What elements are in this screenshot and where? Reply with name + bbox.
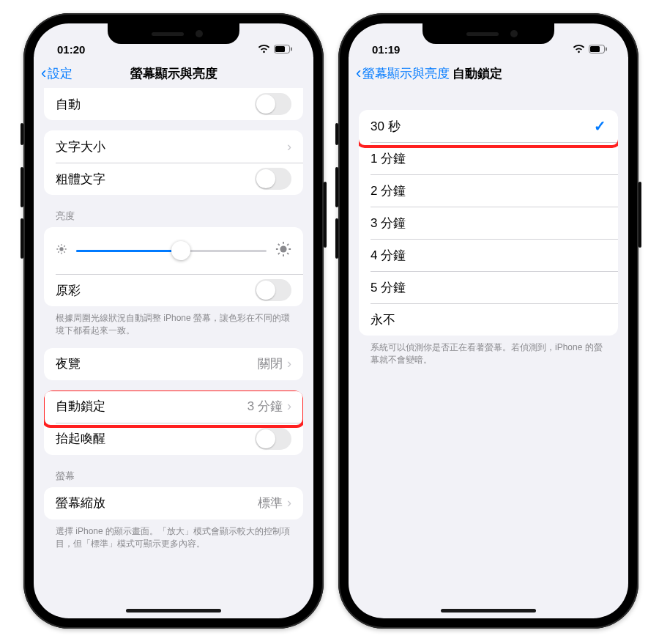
- notch: [108, 23, 239, 44]
- volume-up-button: [335, 167, 338, 207]
- toggle-automatic[interactable]: [255, 93, 291, 115]
- home-indicator[interactable]: [441, 609, 536, 612]
- group-lock: 自動鎖定 3 分鐘 › 抬起喚醒: [44, 391, 303, 455]
- option-row[interactable]: 2 分鐘: [359, 174, 618, 207]
- nav-bar: ‹ 螢幕顯示與亮度 自動鎖定: [349, 57, 628, 90]
- volume-down-button: [335, 218, 338, 259]
- screen-right: 01:19 ‹ 螢幕顯示與亮度 自動鎖定: [349, 23, 628, 618]
- footer-display-zoom: 選擇 iPhone 的顯示畫面。「放大」模式會顯示較大的控制項目，但「標準」模式…: [56, 525, 291, 551]
- svg-point-12: [280, 245, 286, 252]
- row-bold-text[interactable]: 粗體文字: [44, 163, 303, 195]
- svg-rect-1: [275, 46, 285, 52]
- autolock-content: 30 秒✓1 分鐘2 分鐘3 分鐘4 分鐘5 分鐘永不 系統可以偵測你是否正在看…: [349, 88, 628, 618]
- brightness-slider[interactable]: [76, 250, 267, 252]
- status-time: 01:20: [57, 43, 85, 56]
- battery-icon: [589, 43, 608, 56]
- option-label: 4 分鐘: [371, 247, 606, 264]
- option-label: 30 秒: [371, 118, 594, 135]
- option-row[interactable]: 3 分鐘: [359, 207, 618, 239]
- wifi-icon: [258, 43, 270, 56]
- option-row[interactable]: 30 秒✓: [359, 110, 618, 142]
- group-night-shift: 夜覽 關閉 ›: [44, 348, 303, 380]
- option-row[interactable]: 4 分鐘: [359, 239, 618, 271]
- group-autolock-options: 30 秒✓1 分鐘2 分鐘3 分鐘4 分鐘5 分鐘永不: [359, 110, 618, 336]
- phone-mock-right: 01:19 ‹ 螢幕顯示與亮度 自動鎖定: [338, 13, 638, 629]
- page-title: 自動鎖定: [453, 65, 502, 82]
- row-raise-to-wake[interactable]: 抬起喚醒: [44, 423, 303, 455]
- battery-icon: [274, 43, 293, 56]
- option-label: 3 分鐘: [371, 215, 606, 232]
- settings-content: 自動 文字大小 › 粗體文字 亮度: [34, 88, 313, 618]
- svg-line-10: [58, 251, 59, 252]
- back-label: 螢幕顯示與亮度: [362, 65, 450, 82]
- volume-down-button: [21, 218, 23, 259]
- row-night-shift[interactable]: 夜覽 關閉 ›: [44, 348, 303, 380]
- option-label: 1 分鐘: [371, 150, 606, 167]
- svg-point-3: [59, 247, 63, 251]
- home-indicator[interactable]: [126, 609, 221, 612]
- silence-switch: [21, 123, 23, 145]
- svg-rect-22: [590, 46, 600, 52]
- back-button[interactable]: ‹ 設定: [41, 65, 72, 82]
- chevron-right-icon: ›: [287, 495, 291, 511]
- notch: [422, 23, 554, 44]
- option-label: 永不: [371, 311, 606, 328]
- status-time: 01:19: [372, 43, 400, 56]
- chevron-left-icon: ‹: [356, 65, 361, 81]
- sun-max-icon: [275, 241, 291, 261]
- chevron-left-icon: ‹: [41, 65, 46, 81]
- row-true-tone[interactable]: 原彩: [44, 274, 303, 306]
- svg-line-9: [64, 251, 64, 252]
- group-appearance-tail: 自動: [44, 88, 303, 120]
- chevron-right-icon: ›: [287, 399, 291, 414]
- back-label: 設定: [48, 65, 72, 82]
- sun-min-icon: [56, 243, 67, 259]
- checkmark-icon: ✓: [594, 117, 606, 135]
- row-automatic[interactable]: 自動: [44, 88, 303, 120]
- svg-line-18: [287, 253, 288, 254]
- power-button: [324, 182, 327, 248]
- option-row[interactable]: 1 分鐘: [359, 142, 618, 174]
- svg-line-11: [64, 245, 64, 246]
- screen-left: 01:20 ‹ 設定 螢幕顯示與亮度: [34, 23, 313, 618]
- phone-mock-left: 01:20 ‹ 設定 螢幕顯示與亮度: [23, 13, 324, 629]
- page-title: 螢幕顯示與亮度: [34, 65, 313, 82]
- svg-line-8: [58, 245, 59, 246]
- option-row[interactable]: 永不: [359, 303, 618, 336]
- row-display-zoom[interactable]: 螢幕縮放 標準 ›: [44, 487, 303, 519]
- volume-up-button: [21, 167, 23, 207]
- toggle-raise-to-wake[interactable]: [255, 428, 291, 450]
- back-button[interactable]: ‹ 螢幕顯示與亮度: [356, 65, 450, 82]
- svg-rect-23: [606, 48, 607, 51]
- section-header-brightness: 亮度: [56, 210, 291, 223]
- group-text: 文字大小 › 粗體文字: [44, 130, 303, 195]
- row-brightness-slider[interactable]: [44, 227, 303, 274]
- group-display-zoom: 螢幕縮放 標準 ›: [44, 487, 303, 519]
- chevron-right-icon: ›: [287, 139, 291, 155]
- svg-line-19: [278, 253, 280, 254]
- section-header-screen: 螢幕: [56, 470, 291, 483]
- power-button: [638, 182, 641, 248]
- wifi-icon: [573, 43, 585, 56]
- row-auto-lock[interactable]: 自動鎖定 3 分鐘 ›: [44, 391, 303, 423]
- toggle-bold-text[interactable]: [255, 168, 291, 190]
- svg-line-17: [278, 243, 280, 245]
- group-brightness: 原彩: [44, 227, 303, 306]
- svg-line-20: [287, 243, 288, 245]
- option-label: 2 分鐘: [371, 182, 606, 199]
- row-text-size[interactable]: 文字大小 ›: [44, 130, 303, 163]
- option-row[interactable]: 5 分鐘: [359, 271, 618, 303]
- footer-true-tone: 根據周圍光線狀況自動調整 iPhone 螢幕，讓色彩在不同的環境下都看起來一致。: [56, 312, 291, 338]
- silence-switch: [335, 123, 338, 145]
- chevron-right-icon: ›: [287, 356, 291, 371]
- nav-bar: ‹ 設定 螢幕顯示與亮度: [34, 57, 313, 90]
- toggle-true-tone[interactable]: [255, 279, 291, 301]
- option-label: 5 分鐘: [371, 279, 606, 296]
- svg-rect-2: [291, 48, 292, 51]
- footer-autolock: 系統可以偵測你是否正在看著螢幕。若偵測到，iPhone 的螢幕就不會變暗。: [371, 341, 606, 367]
